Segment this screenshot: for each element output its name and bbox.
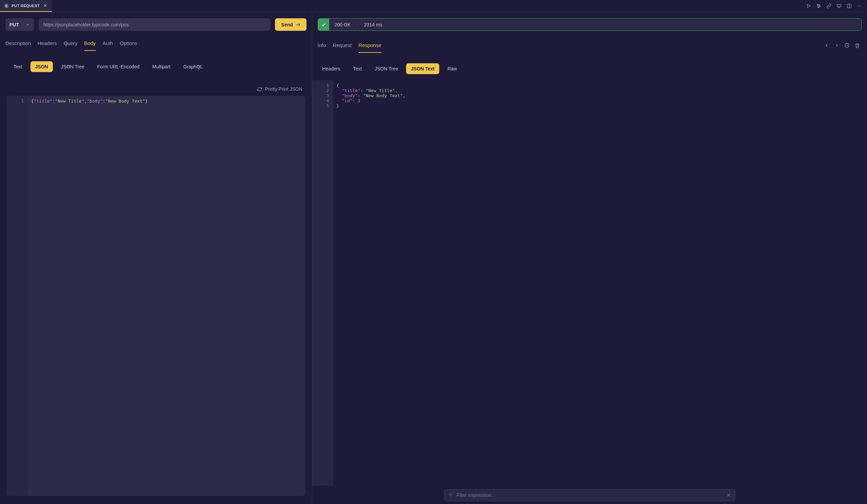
response-code: { "title": "New Title", "body": "New Bod… [333,80,867,486]
layout-icon[interactable] [845,2,854,11]
response-gutter: 12345 [312,80,333,486]
svg-point-13 [860,6,861,7]
pill-resp-headers[interactable]: Headers [318,63,345,74]
svg-marker-0 [807,4,810,8]
tab-request[interactable]: Request [333,40,352,53]
pill-resp-json-text[interactable]: JSON Text [406,63,439,74]
method-value: PUT [10,22,19,28]
url-input[interactable] [39,18,270,31]
response-editor[interactable]: 12345 { "title": "New Title", "body": "N… [312,80,867,486]
chevron-left-icon[interactable] [822,41,831,50]
link-icon[interactable] [824,2,833,11]
status-separator: · [357,22,358,28]
svg-point-6 [818,7,819,8]
body-type-pills: Text JSON JSON Tree Form URL-Encoded Mul… [0,51,312,78]
tab-auth[interactable]: Auth [103,37,113,51]
pill-multipart[interactable]: Multipart [148,61,175,72]
svg-rect-7 [837,4,841,7]
filter-input[interactable] [457,493,723,498]
editor-code[interactable]: {"title":"New Title","body":"New Body Te… [28,96,305,496]
pill-resp-text[interactable]: Text [349,63,367,74]
send-button[interactable]: Send [275,18,306,31]
chevron-right-icon[interactable] [833,41,841,50]
svg-point-11 [857,6,858,7]
pill-form-url-encoded[interactable]: Form URL-Encoded [93,61,144,72]
editor-gutter: 1 [7,96,28,496]
line-number: 1 [10,99,24,103]
history-icon[interactable] [843,41,852,50]
pill-graphql[interactable]: GraphQL [179,61,207,72]
tab-response[interactable]: Response [358,40,382,53]
pill-json[interactable]: JSON [31,61,53,72]
status-bar: 200 OK · 2314 ms [318,18,861,31]
pill-resp-raw[interactable]: Raw [443,63,462,74]
tab-description[interactable]: Description [6,37,31,51]
send-label: Send [281,22,292,28]
filter-icon [448,493,453,497]
filter-box: ✕ [444,489,735,501]
sliders-icon[interactable] [814,2,823,11]
document-tab-title: PUT REQUEST [11,4,40,8]
left-tabs: Description Headers Query Body Auth Opti… [0,35,312,51]
tab-info[interactable]: Info [318,40,326,53]
more-icon[interactable] [855,2,864,11]
document-tabbar: Q PUT REQUEST ✕ [0,0,867,12]
trash-icon[interactable] [853,41,861,50]
pretty-print-button[interactable]: Pretty Print JSON [257,86,302,92]
clear-filter-icon[interactable]: ✕ [726,492,731,498]
request-type-icon: Q [4,3,9,8]
status-code: 200 OK [335,22,351,28]
svg-point-5 [819,6,820,7]
close-icon[interactable]: ✕ [43,2,48,9]
svg-point-12 [859,6,859,7]
tab-body[interactable]: Body [84,37,96,51]
response-pane: 200 OK · 2314 ms Info Request Response [312,12,867,504]
tab-query[interactable]: Query [64,37,77,51]
play-icon[interactable] [804,2,813,11]
tab-headers[interactable]: Headers [38,37,57,51]
tab-options[interactable]: Options [120,37,138,51]
send-icon [296,22,300,27]
pill-text[interactable]: Text [9,61,27,72]
request-pane: PUT Send Description Headers Query Body … [0,12,312,504]
monitor-icon[interactable] [835,2,843,11]
body-editor[interactable]: 1 {"title":"New Title","body":"New Body … [7,96,305,496]
status-time: 2314 ms [364,22,382,28]
status-success-icon [318,19,329,31]
document-tab[interactable]: Q PUT REQUEST ✕ [0,0,52,12]
chevron-down-icon [26,23,30,27]
method-select[interactable]: PUT [6,18,34,31]
svg-point-4 [817,4,818,6]
response-view-pills: Headers Text JSON Tree JSON Text Raw [312,53,867,80]
refresh-icon [257,87,262,92]
pretty-print-label: Pretty Print JSON [265,86,302,92]
pill-resp-json-tree[interactable]: JSON Tree [370,63,403,74]
pill-json-tree[interactable]: JSON Tree [56,61,89,72]
